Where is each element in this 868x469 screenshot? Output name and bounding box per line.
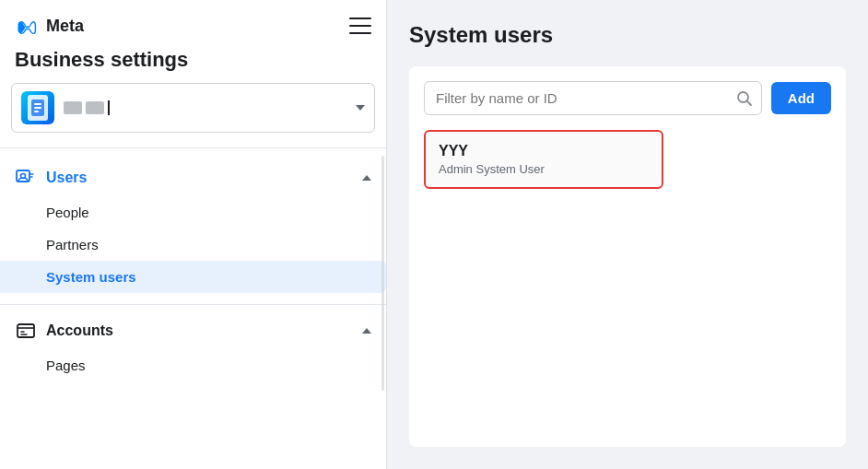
content-card: Add YYY Admin System User xyxy=(409,66,846,447)
page-title: System users xyxy=(409,22,846,48)
user-name: YYY xyxy=(439,143,649,159)
accounts-section: Accounts Pages xyxy=(0,300,386,385)
user-role: Admin System User xyxy=(439,162,649,176)
users-chevron-up-icon xyxy=(362,175,371,181)
account-avatar-inner xyxy=(28,95,48,121)
sidebar-scrollbar xyxy=(381,156,384,391)
search-input[interactable] xyxy=(424,81,762,115)
sidebar-header: Meta xyxy=(0,0,386,48)
search-input-wrapper xyxy=(424,81,762,115)
accounts-divider xyxy=(0,304,386,305)
account-selector[interactable] xyxy=(11,83,375,133)
meta-logo-icon xyxy=(15,13,41,39)
sidebar-item-partners[interactable]: Partners xyxy=(0,229,386,261)
users-section: Users People Partners System users xyxy=(0,156,386,297)
svg-rect-2 xyxy=(34,107,41,109)
accounts-title: Accounts xyxy=(15,320,113,342)
users-icon xyxy=(15,167,37,189)
main-content: System users Add YYY Admin System User xyxy=(387,0,868,469)
accounts-section-label: Accounts xyxy=(46,322,113,339)
account-name-area xyxy=(64,100,346,115)
name-block-2 xyxy=(86,101,104,114)
sidebar-divider xyxy=(0,147,386,148)
search-row: Add xyxy=(424,81,831,115)
search-icon xyxy=(736,90,753,107)
meta-logo-text: Meta xyxy=(46,17,84,36)
chevron-down-icon xyxy=(356,105,365,111)
hamburger-icon[interactable] xyxy=(349,18,371,34)
name-block-1 xyxy=(64,101,82,114)
account-avatar xyxy=(21,91,54,124)
accounts-section-header[interactable]: Accounts xyxy=(0,312,386,349)
sidebar-nav: Users People Partners System users xyxy=(0,156,386,469)
cursor-bar xyxy=(108,100,110,115)
svg-point-7 xyxy=(738,92,748,102)
sidebar-item-people[interactable]: People xyxy=(0,196,386,229)
users-section-header[interactable]: Users xyxy=(0,159,386,196)
add-button[interactable]: Add xyxy=(771,82,831,114)
accounts-chevron-up-icon xyxy=(362,328,371,334)
svg-rect-6 xyxy=(18,324,34,337)
meta-logo: Meta xyxy=(15,13,84,39)
sidebar-item-pages[interactable]: Pages xyxy=(0,349,386,381)
business-settings-title: Business settings xyxy=(0,48,386,83)
users-section-label: Users xyxy=(46,170,87,186)
svg-rect-1 xyxy=(34,103,41,105)
accounts-icon xyxy=(15,320,37,342)
sidebar: Meta Business settings xyxy=(0,0,387,469)
sidebar-item-system-users[interactable]: System users xyxy=(0,261,386,293)
account-avatar-svg xyxy=(29,98,46,118)
users-section-title: Users xyxy=(15,167,87,189)
svg-rect-3 xyxy=(34,111,39,112)
account-name-blocks xyxy=(64,100,110,115)
user-list-item[interactable]: YYY Admin System User xyxy=(424,130,663,189)
